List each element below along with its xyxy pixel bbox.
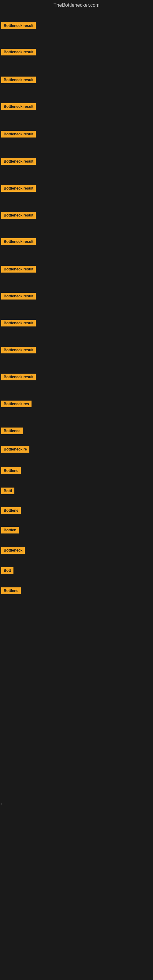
bottleneck-badge: Bottleneck result: [1, 293, 36, 299]
list-item: Bottlen: [1, 527, 19, 533]
bottleneck-badge: Bottleneck result: [1, 76, 36, 83]
list-item: Bottleneck result: [1, 103, 36, 110]
bottleneck-badge: Bott: [1, 567, 13, 574]
bottleneck-badge: Bottleneck re: [1, 446, 29, 453]
bottleneck-badge: Bottleneck result: [1, 49, 36, 56]
bottleneck-badge: Bottleneck result: [1, 374, 36, 380]
list-item: Bottleneck result: [1, 347, 36, 353]
list-item: Bottleneck result: [1, 131, 36, 137]
bottleneck-badge: Bottlene: [1, 587, 21, 594]
list-item: Bott: [1, 567, 13, 574]
list-item: Bottleneck result: [1, 238, 36, 245]
bottleneck-badge: Bottleneck result: [1, 266, 36, 272]
list-item: Bottleneck result: [1, 158, 36, 165]
list-item: Bottleneck result: [1, 22, 36, 29]
bottleneck-badge: Bottlene: [1, 507, 21, 514]
bottleneck-badge: Bottlene: [1, 467, 21, 474]
list-item: Bottleneck: [1, 547, 25, 554]
bottleneck-badge: Bottleneck result: [1, 22, 36, 29]
bottleneck-badge: Bottleneck result: [1, 185, 36, 192]
list-item: Bottl: [1, 488, 14, 494]
list-item: Bottleneck res: [1, 401, 32, 407]
bottleneck-badge: Bottl: [1, 488, 14, 494]
list-item: Bottlene: [1, 587, 21, 594]
list-item: Bottleneck result: [1, 320, 36, 326]
bottleneck-badge: Bottleneck res: [1, 401, 32, 407]
axis-label: 0: [1, 803, 2, 805]
list-item: Bottleneck result: [1, 266, 36, 272]
bottleneck-badge: Bottleneck result: [1, 158, 36, 165]
bottleneck-badge: Bottleneck: [1, 547, 25, 554]
bottleneck-badge: Bottleneck result: [1, 212, 36, 219]
bottleneck-badge: Bottleneck result: [1, 238, 36, 245]
bottleneck-badge: Bottleneck result: [1, 347, 36, 353]
list-item: Bottlene: [1, 507, 21, 514]
list-item: Bottleneck result: [1, 76, 36, 83]
list-item: Bottlene: [1, 467, 21, 474]
list-item: Bottleneck result: [1, 293, 36, 299]
site-title: TheBottlenecker.com: [0, 0, 153, 9]
list-item: Bottleneck result: [1, 49, 36, 56]
list-item: Bottleneck result: [1, 374, 36, 380]
bottleneck-badge: Bottlenec: [1, 428, 23, 434]
list-item: Bottleneck result: [1, 212, 36, 219]
bottleneck-badge: Bottleneck result: [1, 320, 36, 326]
bottleneck-badge: Bottleneck result: [1, 131, 36, 137]
bottleneck-badge: Bottlen: [1, 527, 19, 533]
list-item: Bottleneck re: [1, 446, 29, 453]
bottleneck-badge: Bottleneck result: [1, 103, 36, 110]
list-item: Bottleneck result: [1, 185, 36, 192]
list-item: Bottlenec: [1, 428, 23, 434]
